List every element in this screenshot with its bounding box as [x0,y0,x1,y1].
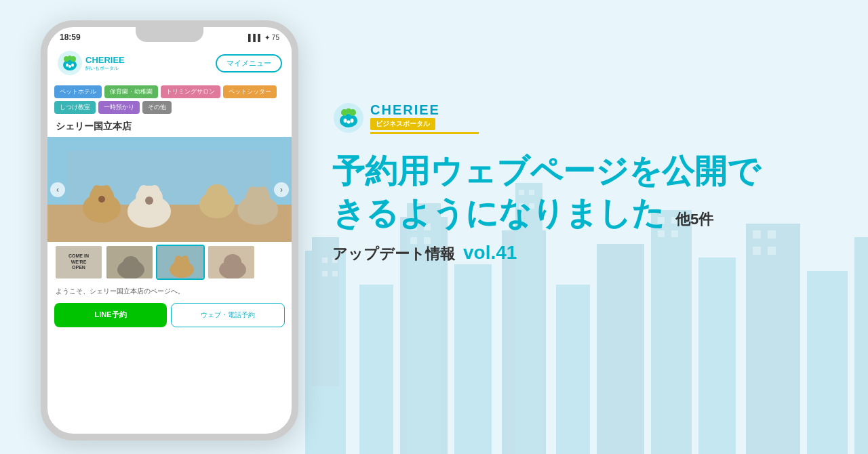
svg-point-49 [102,185,111,197]
svg-rect-18 [332,271,338,276]
svg-rect-2 [359,285,393,454]
update-info-row: アップデート情報 vol.41 [332,242,841,264]
svg-point-60 [248,186,257,199]
svg-rect-8 [556,285,590,454]
svg-point-80 [347,121,351,124]
tag-pet-sitter[interactable]: ペットシッター [223,85,277,98]
thumb-img-3 [157,246,205,280]
main-image-area: ‹ › [47,137,292,242]
cheriee-business-logo: CHERIEE ビジネスポータル [332,102,841,134]
other-count: 他5件 [675,210,713,230]
svg-point-48 [92,185,102,197]
tag-row: ペットホテル 保育園・幼稚園 トリミングサロン ペットシッター しつけ教室 一時… [47,81,292,118]
svg-rect-9 [597,244,644,454]
web-phone-booking-button[interactable]: ウェブ・電話予約 [171,303,285,327]
svg-point-61 [258,186,268,199]
thumbnail-row: COME INWE'REOPEN [47,242,292,283]
menu-button[interactable]: マイメニュー [216,54,282,73]
prev-arrow[interactable]: ‹ [50,182,65,197]
next-arrow[interactable]: › [274,182,289,197]
welcome-text: ようこそ、シェリー国立本店のページへ。 [47,283,292,300]
tag-trimming[interactable]: トリミングサロン [161,85,220,98]
app-logo: CHERIEE 飼いもポータル [57,50,125,76]
svg-point-57 [206,184,228,203]
tag-temp-care[interactable]: 一時預かり [98,101,140,114]
svg-point-41 [71,64,74,67]
svg-rect-5 [454,264,492,454]
svg-point-39 [68,56,72,60]
svg-point-55 [145,197,153,205]
logo-subtitle-row: ビジネスポータル [370,118,479,130]
update-label: アップデート情報 [332,244,455,264]
phone-mockup: 18:59 ▌▌▌ ✦ 75 CHERIEE 飼いもポ [41,20,326,454]
svg-point-50 [98,196,105,203]
action-buttons: LINE予約 ウェブ・電話予約 [47,300,292,330]
headline-line2: きるようになりました [332,192,665,234]
cheriee-logo-icon [57,50,83,76]
thumb-img-2 [106,246,154,280]
svg-point-40 [66,64,68,67]
cheriee-icon [332,102,365,134]
svg-point-79 [351,119,354,123]
svg-point-53 [138,185,149,199]
phone-time: 18:59 [60,33,81,42]
logo-underline [370,132,479,134]
thumb-img-4 [208,246,256,280]
thumbnail-1[interactable]: COME INWE'REOPEN [54,245,103,280]
svg-point-64 [123,256,139,271]
store-name: シェリー国立本店 [47,118,292,137]
logo-name: CHERIEE [370,102,479,118]
line-booking-button[interactable]: LINE予約 [54,303,167,327]
status-icons: ▌▌▌ ✦ 75 [248,34,279,41]
right-content: CHERIEE ビジネスポータル 予約用ウェブページを公開で きるようになりまし… [332,102,841,264]
headline-line2-row: きるようになりました 他5件 [332,192,841,234]
phone-frame: 18:59 ▌▌▌ ✦ 75 CHERIEE 飼いもポ [41,20,298,440]
thumbnail-4[interactable] [207,245,256,280]
svg-point-68 [175,255,182,264]
svg-point-77 [346,108,351,114]
svg-point-72 [224,254,241,270]
svg-point-78 [344,119,347,123]
app-name: CHERIEE [85,55,125,65]
update-vol: vol.41 [463,242,517,264]
app-tagline: 飼いもポータル [85,65,125,72]
phone-notch [136,27,203,42]
headline-line1: 予約用ウェブページを公開で [332,150,841,192]
tag-training[interactable]: しつけ教室 [54,101,96,114]
tag-nursery[interactable]: 保育園・幼稚園 [104,85,158,98]
svg-rect-14 [854,237,868,454]
main-headline: 予約用ウェブページを公開で きるようになりました 他5件 [332,150,841,235]
svg-point-42 [68,65,71,68]
logo-text-block: CHERIEE ビジネスポータル [370,102,479,134]
svg-rect-11 [698,257,736,454]
thumbnail-2[interactable] [105,245,154,280]
open-sign-thumb: COME INWE'REOPEN [56,246,102,278]
logo-text-group: CHERIEE 飼いもポータル [85,55,125,72]
tag-other[interactable]: その他 [142,101,172,114]
svg-rect-13 [807,271,848,454]
logo-sub: ビジネスポータル [370,118,435,130]
app-header: CHERIEE 飼いもポータル マイメニュー [47,45,292,81]
svg-point-69 [182,255,189,264]
tag-pet-hotel[interactable]: ペットホテル [54,85,102,98]
svg-point-54 [149,185,160,199]
dogs-image [47,137,292,242]
thumbnail-3[interactable] [156,245,205,280]
